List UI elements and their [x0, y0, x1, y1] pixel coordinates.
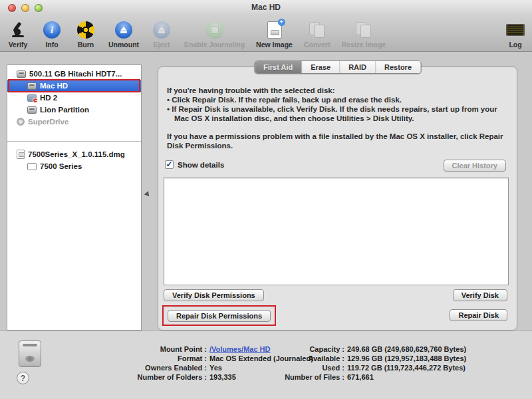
volume-info-footer: ? Mount Point : /Volumes/Mac HD Format :…	[0, 331, 532, 399]
tab-bar: First Aid Erase RAID Restore	[254, 61, 421, 74]
sidebar-item-hd-2[interactable]: HD 2	[7, 92, 141, 104]
repair-disk-button[interactable]: Repair Disk	[450, 309, 507, 321]
first-aid-instructions: If you're having trouble with the select…	[167, 86, 509, 150]
verify-disk-button[interactable]: Verify Disk	[453, 289, 507, 301]
verify-toolbar-button[interactable]: Verify	[7, 21, 29, 49]
tab-restore[interactable]: Restore	[376, 61, 420, 73]
show-details-row: ✓ Show details	[165, 160, 224, 169]
info-label: Mount Point :	[96, 344, 209, 354]
bullet-text: • Click Repair Disk. If the repair fails…	[167, 95, 509, 104]
eject-toolbar-button: Eject	[150, 21, 173, 49]
sidebar-item-superdrive[interactable]: SuperDrive	[7, 116, 141, 128]
toolbar-label: Enable Journaling	[184, 41, 245, 49]
superdrive-icon	[17, 118, 25, 126]
info-label: Number of Folders :	[96, 372, 209, 382]
info-label: Number of Files :	[247, 372, 347, 382]
info-row: Available : 129.96 GB (129,957,183,488 B…	[247, 354, 466, 363]
toolbar-label: Unmount	[108, 41, 139, 49]
device-sidebar: 500.11 GB Hitachi HDT7... Mac HD HD 2 Li…	[7, 65, 142, 331]
resize-image-toolbar-button: Resize Image	[342, 21, 386, 49]
details-output-area[interactable]	[164, 178, 509, 285]
resize-image-icon	[354, 21, 373, 39]
toolbar-label: Convert	[304, 41, 331, 49]
convert-icon	[308, 21, 327, 39]
info-value: 249.68 GB (249,680,629,760 Bytes)	[347, 344, 466, 354]
permissions-note: If you have a permissions problem with a…	[167, 132, 509, 150]
toolbar: Verify i Info Burn Unmount Eject Enabl	[0, 15, 532, 52]
info-value: 671,661	[347, 372, 374, 382]
sidebar-item-dmg[interactable]: 7500Series_X_1.0.115.dmg	[7, 148, 141, 160]
sidebar-item-hitachi-disk[interactable]: 500.11 GB Hitachi HDT7...	[7, 68, 141, 80]
unmount-icon	[114, 21, 133, 39]
sidebar-item-lion-partition[interactable]: Lion Partition	[7, 104, 141, 116]
toolbar-label: Eject	[154, 41, 170, 49]
info-value: 129.96 GB (129,957,183,488 Bytes)	[347, 354, 466, 363]
microscope-icon	[9, 21, 27, 39]
hard-drive-icon	[19, 340, 41, 367]
internal-drive-icon	[17, 70, 26, 78]
image-volume-icon	[27, 163, 37, 170]
info-label: Capacity :	[247, 344, 347, 354]
annotation-box-repair-permissions: Repair Disk Permissions	[162, 305, 276, 326]
new-image-icon: +	[265, 21, 284, 39]
unmount-toolbar-button[interactable]: Unmount	[108, 21, 139, 49]
toolbar-label: Verify	[9, 41, 28, 49]
sidebar-item-label: 500.11 GB Hitachi HDT7...	[29, 70, 122, 78]
repair-disk-permissions-button[interactable]: Repair Disk Permissions	[168, 310, 271, 322]
log-toolbar-button[interactable]: Log	[504, 21, 527, 49]
verify-disk-permissions-button[interactable]: Verify Disk Permissions	[164, 289, 264, 301]
window-title: Mac HD	[0, 3, 532, 12]
sidebar-item-mac-hd[interactable]: Mac HD	[7, 80, 141, 92]
mouse-cursor	[144, 191, 152, 198]
info-label: Owners Enabled :	[96, 363, 209, 372]
title-bar: Mac HD	[0, 0, 532, 15]
enable-journaling-toolbar-button: Enable Journaling	[184, 21, 245, 49]
toolbar-label: Info	[45, 41, 58, 49]
eject-icon	[152, 21, 171, 39]
tab-raid[interactable]: RAID	[340, 61, 376, 73]
sidebar-item-label: SuperDrive	[28, 118, 68, 126]
show-details-checkbox[interactable]: ✓	[165, 160, 174, 169]
info-column-right: Capacity : 249.68 GB (249,680,629,760 By…	[247, 344, 466, 382]
burn-toolbar-button[interactable]: Burn	[74, 21, 97, 49]
info-value: Yes	[209, 363, 222, 372]
sidebar-item-label: Lion Partition	[40, 106, 89, 114]
volume-icon	[27, 106, 37, 114]
burn-icon	[76, 21, 95, 39]
sidebar-item-7500-series[interactable]: 7500 Series	[7, 160, 141, 172]
info-toolbar-button[interactable]: i Info	[41, 21, 63, 49]
toolbar-label: Burn	[78, 41, 94, 49]
disk-image-icon	[17, 150, 25, 159]
tab-first-aid[interactable]: First Aid	[255, 61, 302, 73]
toolbar-label: Resize Image	[342, 41, 386, 49]
info-icon: i	[43, 21, 61, 39]
info-value: 193,335	[209, 372, 236, 382]
info-row: Capacity : 249.68 GB (249,680,629,760 By…	[247, 344, 466, 354]
sidebar-item-label: 7500 Series	[40, 162, 82, 170]
show-details-label: Show details	[178, 161, 224, 169]
info-row: Number of Files : 671,661	[247, 372, 466, 382]
info-label: Available :	[247, 354, 347, 363]
log-icon	[506, 21, 525, 39]
convert-toolbar-button: Convert	[304, 21, 331, 49]
first-aid-panel: First Aid Erase RAID Restore If you're h…	[158, 66, 517, 331]
volume-error-icon	[27, 94, 37, 102]
info-label: Format :	[96, 354, 209, 363]
info-label: Used :	[247, 363, 347, 372]
toolbar-label: New Image	[256, 41, 293, 49]
disk-utility-window: Mac HD Verify i Info Burn Unmo	[0, 0, 532, 399]
info-row: Used : 119.72 GB (119,723,446,272 Bytes)	[247, 363, 466, 372]
new-image-toolbar-button[interactable]: + New Image	[256, 21, 293, 49]
volume-icon	[27, 82, 37, 90]
help-button[interactable]: ?	[17, 372, 29, 384]
intro-text: If you're having trouble with the select…	[167, 86, 509, 95]
info-value: 119.72 GB (119,723,446,272 Bytes)	[347, 363, 466, 372]
tab-erase[interactable]: Erase	[302, 61, 340, 73]
toolbar-label: Log	[509, 41, 521, 49]
clear-history-button: Clear History	[444, 160, 506, 172]
journaling-icon	[205, 21, 224, 39]
sidebar-item-label: Mac HD	[40, 82, 68, 90]
sidebar-item-label: 7500Series_X_1.0.115.dmg	[28, 150, 125, 158]
bullet-text: • If Repair Disk is unavailable, click V…	[167, 104, 509, 123]
sidebar-divider	[7, 141, 141, 142]
